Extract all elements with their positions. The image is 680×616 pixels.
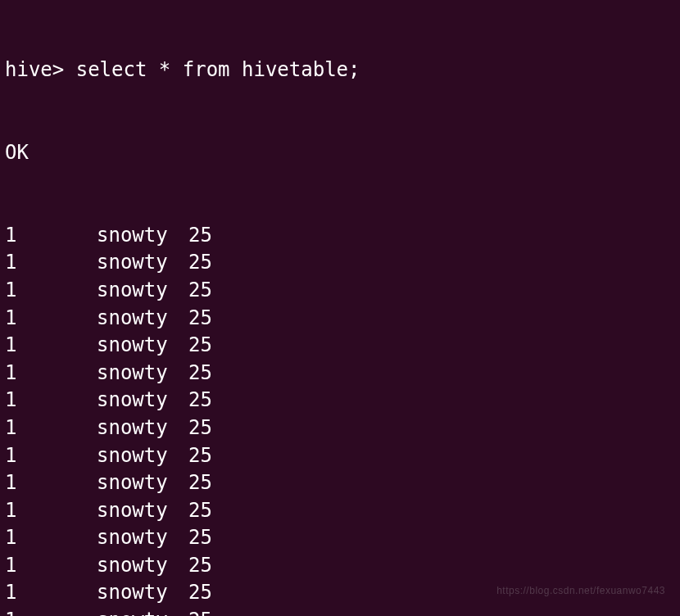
cell-col1: 1 — [5, 524, 97, 552]
table-row: 1snowty25 — [5, 607, 675, 616]
cell-col3: 25 — [188, 469, 212, 497]
cell-col1: 1 — [5, 442, 97, 470]
status-line: OK — [5, 139, 675, 167]
cell-col3: 25 — [188, 222, 212, 250]
cell-col2: snowty — [97, 387, 188, 414]
cell-col1: 1 — [5, 579, 97, 607]
cell-col3: 25 — [188, 387, 212, 414]
table-row: 1snowty25 — [5, 277, 675, 305]
cell-col2: snowty — [97, 469, 188, 497]
cell-col1: 1 — [5, 305, 97, 333]
cell-col3: 25 — [188, 360, 212, 387]
table-row: 1snowty25 — [5, 552, 675, 580]
cell-col3: 25 — [188, 524, 212, 552]
cell-col2: snowty — [97, 360, 188, 387]
cell-col2: snowty — [97, 442, 188, 470]
cell-col3: 25 — [188, 442, 212, 470]
table-row: 1snowty25 — [5, 249, 675, 277]
table-row: 1snowty25 — [5, 497, 675, 525]
cell-col3: 25 — [188, 497, 212, 525]
table-row: 1snowty25 — [5, 360, 675, 387]
table-row: 1snowty25 — [5, 387, 675, 414]
terminal-output: hive> select * from hivetable; OK 1snowt… — [5, 2, 675, 616]
shell-prompt: hive> — [5, 57, 76, 84]
cell-col3: 25 — [188, 332, 212, 360]
cell-col2: snowty — [97, 305, 188, 333]
cell-col2: snowty — [97, 607, 188, 616]
cell-col1: 1 — [5, 414, 97, 442]
cell-col3: 25 — [188, 607, 212, 616]
cell-col2: snowty — [97, 497, 188, 525]
cell-col1: 1 — [5, 607, 97, 616]
cell-col1: 1 — [5, 277, 97, 305]
cell-col1: 1 — [5, 360, 97, 387]
cell-col1: 1 — [5, 249, 97, 277]
cell-col2: snowty — [97, 277, 188, 305]
cell-col2: snowty — [97, 524, 188, 552]
cell-col1: 1 — [5, 332, 97, 360]
cell-col2: snowty — [97, 552, 188, 580]
sql-command: select * from hivetable; — [76, 57, 360, 84]
table-row: 1snowty25 — [5, 332, 675, 360]
table-row: 1snowty25 — [5, 469, 675, 497]
cell-col2: snowty — [97, 332, 188, 360]
cell-col1: 1 — [5, 222, 97, 250]
cell-col2: snowty — [97, 579, 188, 607]
cell-col2: snowty — [97, 222, 188, 250]
table-row: 1snowty25 — [5, 442, 675, 470]
cell-col3: 25 — [188, 579, 212, 607]
table-row: 1snowty25 — [5, 222, 675, 250]
table-row: 1snowty25 — [5, 524, 675, 552]
cell-col3: 25 — [188, 552, 212, 580]
watermark-text: https://blog.csdn.net/fexuanwo7443 — [496, 584, 665, 598]
cell-col2: snowty — [97, 249, 188, 277]
cell-col3: 25 — [188, 249, 212, 277]
cell-col1: 1 — [5, 552, 97, 580]
cell-col2: snowty — [97, 414, 188, 442]
cell-col3: 25 — [188, 414, 212, 442]
command-line[interactable]: hive> select * from hivetable; — [5, 57, 675, 84]
cell-col1: 1 — [5, 497, 97, 525]
cell-col3: 25 — [188, 277, 212, 305]
cell-col1: 1 — [5, 387, 97, 414]
cell-col1: 1 — [5, 469, 97, 497]
result-rows: 1snowty251snowty251snowty251snowty251sno… — [5, 222, 675, 616]
cell-col3: 25 — [188, 305, 212, 333]
table-row: 1snowty25 — [5, 305, 675, 333]
table-row: 1snowty25 — [5, 414, 675, 442]
